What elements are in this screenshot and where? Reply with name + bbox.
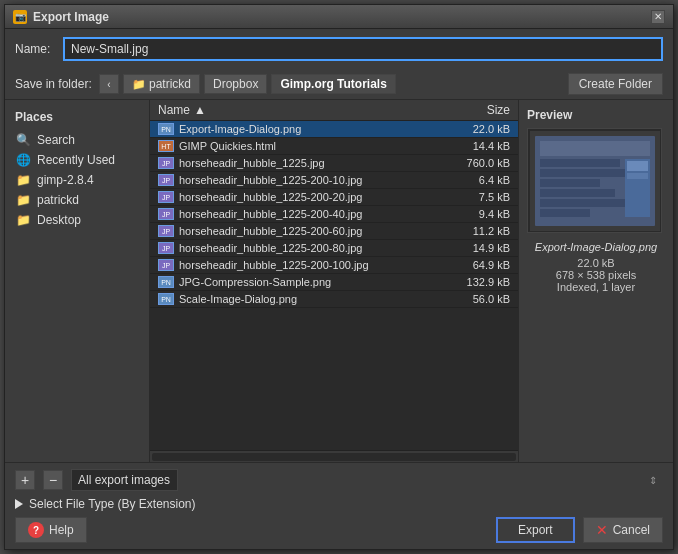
breadcrumb-row: Save in folder: ‹ 📁 patrickd Dropbox Gim… [5,69,673,100]
table-row[interactable]: JP horseheadir_hubble_1225-200-80.jpg 14… [150,240,518,257]
export-dialog: 📷 Export Image ✕ Name: Save in folder: ‹… [4,4,674,550]
table-row[interactable]: PN Export-Image-Dialog.png 22.0 kB [150,121,518,138]
remove-place-button[interactable]: − [43,470,63,490]
sidebar-item-search[interactable]: 🔍 Search [5,130,149,150]
file-list-panel: Name ▲ Size PN Export-Image-Dialog.png 2… [150,100,518,462]
svg-rect-8 [540,209,590,217]
file-list-body[interactable]: PN Export-Image-Dialog.png 22.0 kB HT GI… [150,121,518,450]
file-size-cell: 9.4 kB [430,208,510,220]
file-size-cell: 760.0 kB [430,157,510,169]
svg-rect-3 [540,159,620,167]
table-row[interactable]: JP horseheadir_hubble_1225.jpg 760.0 kB [150,155,518,172]
sidebar-item-label: gimp-2.8.4 [37,173,94,187]
file-thumb-icon: PN [158,123,174,135]
cancel-icon: ✕ [596,522,608,538]
name-label: Name: [15,42,55,56]
help-label: Help [49,523,74,537]
file-thumb-icon: PN [158,293,174,305]
file-thumb-icon: HT [158,140,174,152]
file-thumb-icon: JP [158,208,174,220]
svg-rect-2 [540,141,650,156]
file-size-cell: 14.4 kB [430,140,510,152]
sidebar-item-desktop[interactable]: 📁 Desktop [5,210,149,230]
table-row[interactable]: JP horseheadir_hubble_1225-200-10.jpg 6.… [150,172,518,189]
file-name-cell: HT GIMP Quickies.html [158,140,430,152]
file-thumb-icon: JP [158,174,174,186]
dialog-icon: 📷 [13,10,27,24]
preview-filename: Export-Image-Dialog.png [527,241,665,253]
col-size-header[interactable]: Size [430,103,510,117]
file-type-row[interactable]: Select File Type (By Extension) [15,497,663,511]
preview-size: 22.0 kB [527,257,665,269]
close-button[interactable]: ✕ [651,10,665,24]
sidebar-item-label: Desktop [37,213,81,227]
file-size-cell: 56.0 kB [430,293,510,305]
file-size-cell: 14.9 kB [430,242,510,254]
table-row[interactable]: JP horseheadir_hubble_1225-200-20.jpg 7.… [150,189,518,206]
col-name-header[interactable]: Name ▲ [158,103,430,117]
table-row[interactable]: PN Scale-Image-Dialog.png 56.0 kB [150,291,518,308]
horizontal-scrollbar[interactable] [150,450,518,462]
sidebar-item-label: patrickd [37,193,79,207]
file-name-cell: JP horseheadir_hubble_1225-200-60.jpg [158,225,430,237]
breadcrumb-gimp-tutorials[interactable]: Gimp.org Tutorials [271,74,395,94]
globe-icon: 🌐 [15,153,31,167]
sidebar-item-gimp[interactable]: 📁 gimp-2.8.4 [5,170,149,190]
add-place-button[interactable]: + [15,470,35,490]
help-button[interactable]: ? Help [15,517,87,543]
svg-rect-10 [627,161,648,171]
file-size-cell: 64.9 kB [430,259,510,271]
file-size-cell: 11.2 kB [430,225,510,237]
svg-rect-6 [540,189,615,197]
export-button[interactable]: Export [496,517,575,543]
save-in-label: Save in folder: [15,77,95,91]
table-row[interactable]: JP horseheadir_hubble_1225-200-60.jpg 11… [150,223,518,240]
folder-icon: 📁 [15,173,31,187]
file-thumb-icon: PN [158,276,174,288]
filter-select[interactable]: All export images [71,469,178,491]
bottom-area: + − All export images Select File Type (… [5,462,673,549]
breadcrumb-dropbox[interactable]: Dropbox [204,74,267,94]
folder-icon: 📁 [132,78,146,91]
table-row[interactable]: PN JPG-Compression-Sample.png 132.9 kB [150,274,518,291]
table-row[interactable]: JP horseheadir_hubble_1225-200-100.jpg 6… [150,257,518,274]
breadcrumb-patrickd[interactable]: 📁 patrickd [123,74,200,94]
filter-select-wrapper: All export images [71,469,663,491]
filter-row: + − All export images [15,469,663,491]
preview-dimensions: 678 × 538 pixels [527,269,665,281]
file-name-cell: PN JPG-Compression-Sample.png [158,276,430,288]
places-panel: Places 🔍 Search 🌐 Recently Used 📁 gimp-2… [5,100,150,462]
preview-title: Preview [527,108,665,122]
svg-rect-4 [540,169,630,177]
file-thumb-icon: JP [158,225,174,237]
title-bar-left: 📷 Export Image [13,10,109,24]
folder-icon: 📁 [15,213,31,227]
file-size-cell: 22.0 kB [430,123,510,135]
svg-rect-5 [540,179,600,187]
nav-back-button[interactable]: ‹ [99,74,119,94]
file-list-header: Name ▲ Size [150,100,518,121]
filename-input[interactable] [63,37,663,61]
create-folder-button[interactable]: Create Folder [568,73,663,95]
svg-rect-11 [627,173,648,179]
svg-rect-7 [540,199,625,207]
main-area: Places 🔍 Search 🌐 Recently Used 📁 gimp-2… [5,100,673,462]
preview-indexed: Indexed, 1 layer [527,281,665,293]
file-name-cell: JP horseheadir_hubble_1225-200-40.jpg [158,208,430,220]
file-name-cell: PN Scale-Image-Dialog.png [158,293,430,305]
file-thumb-icon: JP [158,259,174,271]
table-row[interactable]: JP horseheadir_hubble_1225-200-40.jpg 9.… [150,206,518,223]
name-row: Name: [5,29,673,69]
file-name-cell: JP horseheadir_hubble_1225-200-80.jpg [158,242,430,254]
table-row[interactable]: HT GIMP Quickies.html 14.4 kB [150,138,518,155]
title-bar: 📷 Export Image ✕ [5,5,673,29]
dialog-title: Export Image [33,10,109,24]
sidebar-item-patrickd[interactable]: 📁 patrickd [5,190,149,210]
cancel-button[interactable]: ✕ Cancel [583,517,663,543]
sidebar-item-label: Recently Used [37,153,115,167]
sidebar-item-recently-used[interactable]: 🌐 Recently Used [5,150,149,170]
places-title: Places [5,108,149,130]
preview-image [527,128,662,233]
file-size-cell: 6.4 kB [430,174,510,186]
file-thumb-icon: JP [158,242,174,254]
